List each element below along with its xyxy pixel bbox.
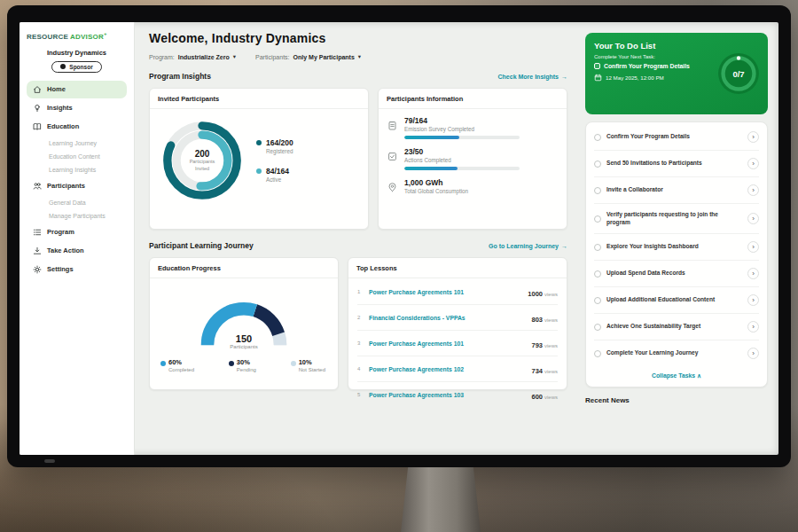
task-checkbox[interactable] bbox=[594, 350, 601, 357]
logo-resource: RESOURCE bbox=[27, 33, 68, 41]
sidebar-item-label: Participants bbox=[47, 182, 85, 190]
sidebar-item-settings[interactable]: Settings bbox=[27, 261, 127, 278]
sidebar-item-label: Program bbox=[47, 228, 74, 236]
task-checkbox[interactable] bbox=[594, 270, 601, 278]
chevron-right-icon[interactable]: › bbox=[747, 184, 759, 196]
legend-item: 84/164 Active bbox=[256, 167, 293, 183]
task-label: Confirm Your Program Details bbox=[606, 133, 742, 141]
location-pin-icon bbox=[387, 180, 397, 190]
task-row[interactable]: Send 50 Invitations to Participants › bbox=[594, 151, 759, 177]
collapse-tasks-link[interactable]: Collapse Tasks ∧ bbox=[594, 366, 759, 385]
task-label: Upload Spend Data Records bbox=[606, 270, 742, 278]
task-checkbox[interactable] bbox=[594, 244, 601, 251]
go-to-learning-journey-link[interactable]: Go to Learning Journey → bbox=[489, 243, 567, 249]
donut-center-label: Participants Invited bbox=[185, 159, 219, 171]
task-checkbox[interactable] bbox=[594, 324, 601, 331]
card-title: Invited Participants bbox=[150, 89, 368, 109]
sidebar-item-learning-journey[interactable]: Learning Journey bbox=[27, 137, 127, 150]
task-row[interactable]: Verify participants requesting to join t… bbox=[594, 204, 759, 234]
program-filter-value: Industrialize Zero bbox=[178, 54, 230, 60]
task-label: Achieve One Sustainability Target bbox=[606, 323, 742, 331]
task-row[interactable]: Invite a Collaborator › bbox=[594, 177, 759, 204]
chevron-right-icon[interactable]: › bbox=[747, 268, 759, 279]
lesson-views-label: views bbox=[544, 317, 558, 323]
task-row[interactable]: Upload Additional Educational Content › bbox=[594, 287, 759, 314]
stat-value: 23/50 bbox=[404, 147, 520, 156]
todo-panel: Your To Do List Complete Your Next Task:… bbox=[578, 22, 778, 455]
check-more-insights-link[interactable]: Check More Insights → bbox=[498, 74, 567, 80]
sidebar-item-participants[interactable]: Participants bbox=[27, 177, 127, 195]
chevron-down-icon: ▾ bbox=[233, 54, 236, 60]
todo-progress-ring: 0/7 bbox=[717, 52, 760, 95]
lesson-row: 3 Power Purchase Agreements 101 793views bbox=[357, 331, 558, 356]
sidebar-item-take-action[interactable]: Take Action bbox=[27, 242, 127, 260]
task-row[interactable]: Upload Spend Data Records › bbox=[594, 261, 759, 287]
lesson-views: 734 bbox=[531, 367, 543, 375]
participants-filter-value: Only My Participants bbox=[293, 54, 355, 60]
stat-label: Emission Survey Completed bbox=[404, 126, 520, 132]
sidebar-item-home[interactable]: Home bbox=[27, 81, 127, 98]
program-filter[interactable]: Program: Industrialize Zero ▾ bbox=[149, 54, 236, 60]
chevron-right-icon[interactable]: › bbox=[747, 294, 759, 306]
task-checkbox[interactable] bbox=[594, 187, 601, 194]
section-title: Program Insights bbox=[149, 72, 211, 81]
task-checkbox[interactable] bbox=[594, 215, 601, 223]
donut-center-value: 200 bbox=[195, 149, 210, 159]
legend-item: 60% Completed bbox=[160, 358, 194, 372]
program-filter-label: Program: bbox=[149, 54, 175, 60]
sponsor-badge[interactable]: Sponsor bbox=[51, 61, 101, 73]
invited-donut-chart: 200 Participants Invited bbox=[159, 117, 246, 204]
task-row[interactable]: Confirm Your Program Details › bbox=[594, 124, 759, 151]
todo-summary-card: Your To Do List Complete Your Next Task:… bbox=[585, 33, 768, 114]
sidebar-item-label: Settings bbox=[47, 265, 74, 273]
stat-label: Total Global Consumption bbox=[404, 188, 468, 194]
sidebar-item-label: Education bbox=[47, 122, 79, 130]
chevron-right-icon[interactable]: › bbox=[747, 321, 759, 332]
chevron-right-icon[interactable]: › bbox=[747, 213, 759, 224]
lesson-row: 5 Power Purchase Agreements 103 600views bbox=[357, 382, 558, 407]
task-checkbox[interactable] bbox=[594, 160, 601, 168]
chevron-right-icon[interactable]: › bbox=[747, 158, 759, 169]
lesson-views-label: views bbox=[544, 395, 558, 400]
sidebar-nav: Home Insights Education Learning Journey… bbox=[27, 81, 127, 278]
todo-next-task[interactable]: Confirm Your Program Details bbox=[594, 63, 718, 69]
chevron-right-icon[interactable]: › bbox=[747, 348, 759, 359]
invited-legend: 164/200 Registered 84/164 Active bbox=[256, 138, 293, 183]
sidebar-item-insights[interactable]: Insights bbox=[27, 99, 127, 117]
legend-value: 164/200 bbox=[266, 138, 293, 147]
sidebar-item-education-content[interactable]: Education Content bbox=[27, 150, 127, 163]
link-label: Check More Insights bbox=[498, 74, 559, 80]
task-row[interactable]: Explore Your Insights Dashboard › bbox=[594, 234, 759, 261]
lesson-link[interactable]: Power Purchase Agreements 102 bbox=[369, 366, 525, 372]
task-row[interactable]: Complete Your Learning Journey › bbox=[594, 340, 759, 366]
sidebar-item-manage-participants[interactable]: Manage Participants bbox=[27, 209, 127, 223]
todo-progress-text: 0/7 bbox=[717, 52, 760, 95]
chevron-right-icon[interactable]: › bbox=[747, 241, 759, 253]
stat-global-consumption: 1,000 GWh Total Global Consumption bbox=[387, 178, 558, 198]
lesson-views: 803 bbox=[531, 316, 543, 324]
progress-bar bbox=[404, 136, 520, 139]
sidebar-item-general-data[interactable]: General Data bbox=[27, 196, 127, 209]
people-icon bbox=[33, 182, 42, 191]
sidebar-item-program[interactable]: Program bbox=[27, 223, 127, 241]
todo-task-list: Confirm Your Program Details › Send 50 I… bbox=[585, 121, 768, 387]
lesson-link[interactable]: Financial Considerations - VPPAs bbox=[369, 315, 525, 321]
legend-label: Active bbox=[266, 176, 289, 183]
task-checkbox[interactable] bbox=[594, 134, 601, 141]
participants-filter[interactable]: Participants: Only My Participants ▾ bbox=[255, 54, 361, 60]
sidebar-item-learning-insights[interactable]: Learning Insights bbox=[27, 163, 127, 176]
chevron-right-icon[interactable]: › bbox=[747, 131, 759, 143]
sidebar-item-education[interactable]: Education bbox=[27, 118, 127, 136]
lesson-link[interactable]: Power Purchase Agreements 101 bbox=[369, 340, 525, 347]
legend-item: 10% Not Started bbox=[291, 358, 325, 372]
checkbox-icon[interactable] bbox=[594, 63, 600, 69]
lesson-link[interactable]: Power Purchase Agreements 101 bbox=[369, 289, 521, 295]
lesson-link[interactable]: Power Purchase Agreements 103 bbox=[369, 392, 525, 398]
task-row[interactable]: Achieve One Sustainability Target › bbox=[594, 314, 759, 340]
app-logo: RESOURCE ADVISOR+ bbox=[27, 31, 127, 41]
education-progress-card: Education Progress 150 bbox=[149, 257, 339, 390]
main-content: Welcome, Industry Dynamics Program: Indu… bbox=[135, 22, 578, 455]
stat-label: Actions Completed bbox=[404, 157, 520, 163]
task-checkbox[interactable] bbox=[594, 297, 601, 304]
legend-item: 30% Pending bbox=[229, 358, 256, 372]
